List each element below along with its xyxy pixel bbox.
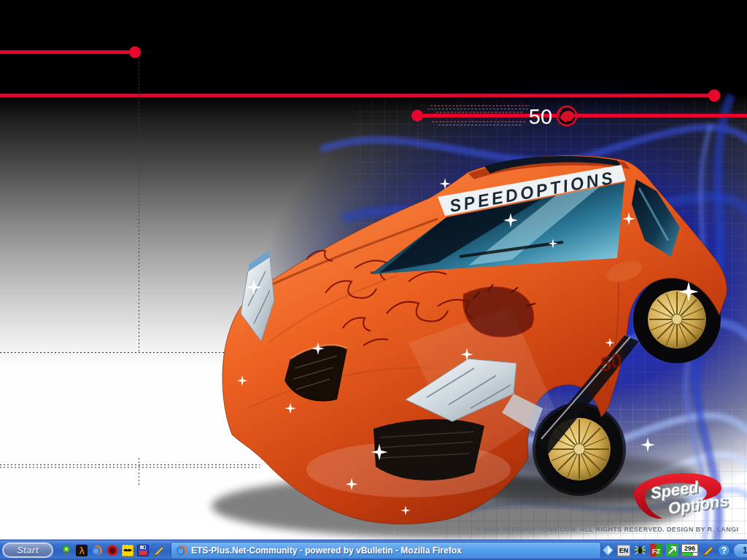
paintbrush-tray-icon[interactable] bbox=[701, 544, 714, 557]
start-button-label: Start bbox=[17, 545, 39, 556]
floppy-disk-icon[interactable] bbox=[136, 544, 150, 557]
clock-time: 11:43 bbox=[743, 545, 747, 556]
svg-text:?: ? bbox=[721, 545, 726, 556]
paintbrush-icon[interactable] bbox=[152, 544, 165, 557]
taskbar-task-button[interactable]: ETS-Plus.Net-Community - powered by vBul… bbox=[171, 542, 601, 559]
filezilla-icon[interactable]: FZ bbox=[649, 544, 662, 557]
task-button-title: ETS-Plus.Net-Community - powered by vBul… bbox=[191, 545, 462, 556]
svg-text:λ: λ bbox=[79, 545, 85, 556]
desktop-wallpaper: 50 bbox=[0, 0, 747, 540]
counter-bar bbox=[682, 553, 697, 556]
desktop-screenshot: 50 bbox=[0, 0, 747, 560]
firefox-icon[interactable] bbox=[90, 544, 104, 557]
taskbar-clock[interactable]: 11:43 bbox=[733, 543, 747, 558]
quick-launch-bar: λ bbox=[60, 544, 165, 557]
help-icon[interactable]: ? bbox=[717, 544, 730, 557]
taskbar: Start λ bbox=[0, 540, 747, 560]
system-tray: EN FZ 296 ? 11:43 bbox=[601, 543, 747, 558]
language-code: EN bbox=[619, 547, 629, 554]
green-arrow-icon[interactable] bbox=[665, 544, 678, 557]
diamond-icon[interactable] bbox=[601, 544, 614, 557]
top-badge-number: 50 bbox=[529, 105, 552, 128]
green-plant-icon[interactable] bbox=[60, 544, 73, 557]
firefox-task-icon bbox=[176, 545, 187, 556]
start-button[interactable]: Start bbox=[2, 542, 53, 558]
batman-icon[interactable] bbox=[121, 544, 134, 557]
half-life-icon[interactable]: λ bbox=[75, 544, 88, 557]
copyright-text: © 2001 SPEEDOPTIONS.COM. ALL RIGHTS RESE… bbox=[477, 526, 738, 533]
red-ring-icon[interactable] bbox=[106, 544, 119, 557]
counter-value: 296 bbox=[682, 545, 697, 553]
bumper-grille bbox=[374, 419, 484, 481]
panther-logo-icon bbox=[557, 106, 576, 125]
language-indicator[interactable]: EN bbox=[617, 545, 630, 556]
counter-badge[interactable]: 296 bbox=[681, 544, 698, 556]
wallpaper-art: 50 bbox=[0, 0, 747, 540]
spider-icon[interactable] bbox=[633, 544, 646, 557]
svg-text:FZ: FZ bbox=[652, 548, 660, 555]
